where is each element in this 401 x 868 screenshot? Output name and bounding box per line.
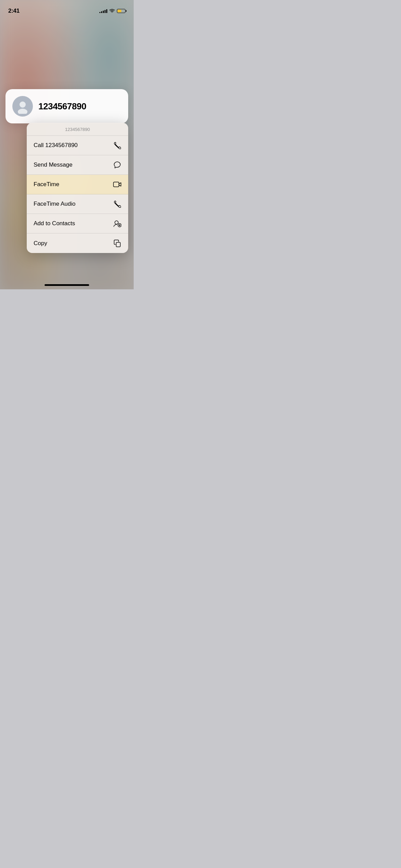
menu-item-facetime-audio[interactable]: FaceTime Audio: [27, 194, 128, 214]
battery-fill: [118, 10, 121, 12]
menu-item-message-label: Send Message: [34, 161, 72, 168]
signal-icon: [99, 9, 107, 13]
avatar-icon: [15, 99, 30, 114]
status-icons: [99, 9, 125, 13]
svg-rect-2: [113, 182, 119, 187]
menu-item-add-contacts-label: Add to Contacts: [34, 220, 75, 227]
home-indicator: [45, 284, 89, 286]
menu-item-call[interactable]: Call 1234567890: [27, 136, 128, 155]
menu-item-facetime[interactable]: FaceTime: [27, 175, 128, 194]
add-contact-icon: [113, 219, 121, 228]
menu-item-add-contacts[interactable]: Add to Contacts: [27, 214, 128, 233]
facetime-video-icon: [113, 180, 121, 189]
svg-point-3: [115, 221, 118, 224]
copy-icon: [113, 239, 121, 248]
battery-icon: [117, 9, 125, 13]
phone-icon: [113, 141, 121, 149]
status-time: 2:41: [8, 8, 20, 14]
context-menu: 1234567890 Call 1234567890 Send Message …: [27, 123, 128, 253]
menu-item-message[interactable]: Send Message: [27, 155, 128, 175]
wifi-icon: [109, 9, 115, 13]
contact-card: 1234567890: [5, 89, 128, 123]
svg-point-0: [20, 101, 26, 108]
message-icon: [113, 161, 121, 169]
context-menu-header: 1234567890: [27, 123, 128, 136]
facetime-audio-icon: [113, 200, 121, 208]
avatar: [12, 96, 33, 117]
contact-phone-number: 1234567890: [38, 101, 86, 112]
svg-rect-5: [116, 242, 120, 247]
menu-item-facetime-label: FaceTime: [34, 181, 59, 188]
menu-item-copy-label: Copy: [34, 240, 47, 247]
svg-point-1: [18, 109, 27, 114]
menu-item-facetime-audio-label: FaceTime Audio: [34, 201, 75, 207]
menu-item-copy[interactable]: Copy: [27, 233, 128, 253]
status-bar: 2:41: [0, 0, 134, 17]
menu-item-call-label: Call 1234567890: [34, 142, 78, 149]
